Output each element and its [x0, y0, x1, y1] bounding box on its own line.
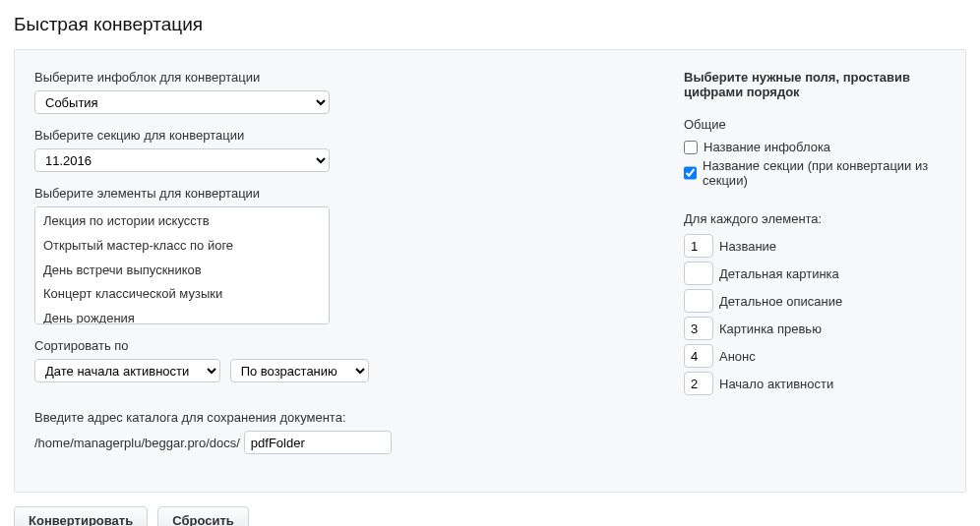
form-panel: Выберите инфоблок для конвертации Событи… [14, 49, 966, 493]
section-label: Выберите секцию для конвертации [34, 128, 448, 143]
field-label-preview-picture: Картинка превью [719, 321, 822, 336]
chk-section-name[interactable] [684, 166, 697, 180]
field-row-detail-text: Детальное описание [684, 289, 946, 313]
list-item[interactable]: Лекция по истории искусств [35, 209, 329, 234]
order-input-name[interactable] [684, 234, 713, 258]
path-field: Введите адрес каталога для сохранения до… [34, 410, 448, 454]
path-input[interactable] [244, 431, 392, 454]
order-input-anons[interactable] [684, 344, 713, 368]
order-input-detail-picture[interactable] [684, 262, 713, 285]
order-input-active-from[interactable] [684, 372, 713, 395]
elements-label: Выберите элементы для конвертации [34, 186, 448, 201]
fields-heading: Выберите нужные поля, проставив цифрами … [684, 70, 946, 99]
list-item[interactable]: Концерт классической музыки [35, 282, 329, 307]
field-row-active-from: Начало активности [684, 372, 946, 395]
elements-field: Выберите элементы для конвертации Лекция… [34, 186, 448, 324]
chk-iblock-name[interactable] [684, 141, 698, 154]
field-label-anons: Анонс [719, 349, 756, 364]
section-select[interactable]: 11.2016 [34, 148, 330, 172]
chk-iblock-name-row: Название инфоблока [684, 140, 946, 154]
chk-section-name-label: Название секции (при конвертации из секц… [703, 158, 946, 188]
order-input-detail-text[interactable] [684, 289, 713, 313]
group-perelement-label: Для каждого элемента: [684, 211, 946, 226]
list-item[interactable]: День рождения [35, 307, 329, 324]
elements-multiselect[interactable]: Лекция по истории искусств Открытый маст… [34, 206, 330, 324]
reset-button[interactable]: Сбросить [157, 506, 249, 526]
field-row-detail-picture: Детальная картинка [684, 262, 946, 285]
sort-label: Сортировать по [34, 338, 448, 353]
left-column: Выберите инфоблок для конвертации Событи… [34, 70, 448, 468]
field-label-detail-picture: Детальная картинка [719, 266, 839, 281]
convert-button[interactable]: Конвертировать [14, 506, 148, 526]
field-row-preview-picture: Картинка превью [684, 317, 946, 340]
group-common-label: Общие [684, 117, 946, 132]
iblock-field: Выберите инфоблок для конвертации Событи… [34, 70, 448, 114]
field-label-active-from: Начало активности [719, 377, 833, 391]
section-field: Выберите секцию для конвертации 11.2016 [34, 128, 448, 172]
button-row: Конвертировать Сбросить [14, 506, 966, 526]
iblock-label: Выберите инфоблок для конвертации [34, 70, 448, 85]
path-prefix: /home/managerplu/beggar.pro/docs/ [34, 436, 240, 450]
path-label: Введите адрес каталога для сохранения до… [34, 410, 448, 425]
sort-order-select[interactable]: По возрастанию [230, 359, 369, 382]
field-row-anons: Анонс [684, 344, 946, 368]
list-item[interactable]: Открытый мастер-класс по йоге [35, 234, 329, 259]
field-row-name: Название [684, 234, 946, 258]
sort-field-select[interactable]: Дате начала активности [34, 359, 220, 382]
chk-section-name-row: Название секции (при конвертации из секц… [684, 158, 946, 188]
field-label-detail-text: Детальное описание [719, 294, 842, 309]
iblock-select[interactable]: События [34, 90, 330, 114]
list-item[interactable]: День встречи выпускников [35, 259, 329, 283]
page-title: Быстрая конвертация [14, 14, 966, 35]
sort-field: Сортировать по Дате начала активности По… [34, 338, 448, 382]
field-label-name: Название [719, 239, 776, 254]
order-input-preview-picture[interactable] [684, 317, 713, 340]
chk-iblock-name-label: Название инфоблока [704, 140, 830, 154]
right-column: Выберите нужные поля, проставив цифрами … [487, 70, 946, 399]
